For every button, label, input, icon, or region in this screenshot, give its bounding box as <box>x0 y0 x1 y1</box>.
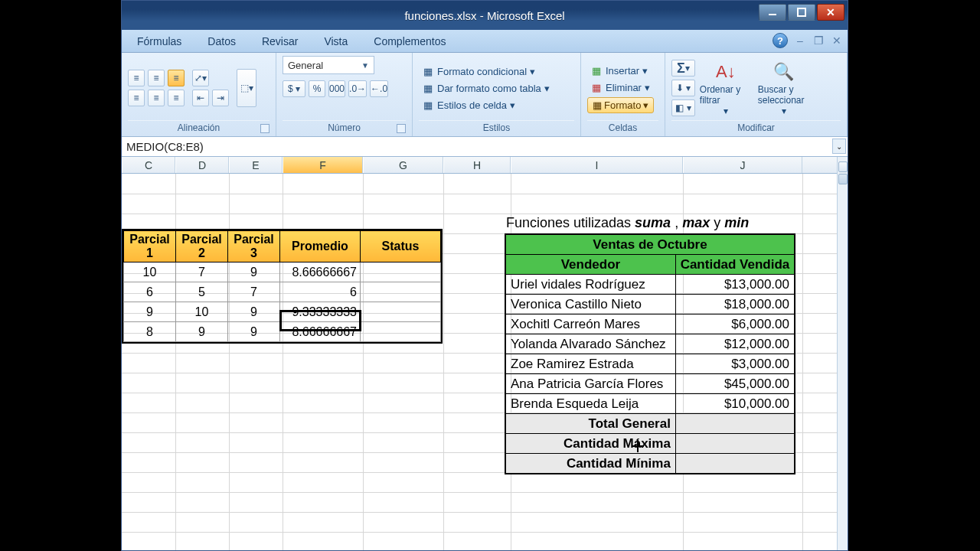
tab-vista[interactable]: Vista <box>319 32 352 52</box>
currency-button[interactable]: $ ▾ <box>283 80 305 97</box>
vendor-cell[interactable]: Veronica Castillo Nieto <box>506 295 676 315</box>
workbook-close-icon[interactable]: ✕ <box>831 34 843 47</box>
grades-cell[interactable]: 8.66666667 <box>280 322 361 342</box>
number-format-dropdown[interactable]: General▼ <box>283 56 374 74</box>
column-header-c[interactable]: C <box>122 157 175 173</box>
align-left-button[interactable]: ≡ <box>128 90 145 106</box>
grades-cell[interactable] <box>361 262 441 282</box>
thousands-button[interactable]: 000 <box>328 80 345 97</box>
autosum-button[interactable]: Σ ▾ <box>671 60 695 77</box>
align-right-button[interactable]: ≡ <box>168 90 185 106</box>
grades-cell[interactable]: 10 <box>176 302 228 322</box>
tab-datos[interactable]: Datos <box>203 32 240 52</box>
amount-cell[interactable]: $13,000.00 <box>675 275 794 295</box>
format-as-table-button[interactable]: ▦Dar formato como tabla ▾ <box>419 80 553 96</box>
numero-launcher-icon[interactable] <box>397 124 406 133</box>
grades-cell[interactable]: 9.33333333 <box>280 302 361 322</box>
vendor-cell[interactable]: Yolanda Alvarado Sánchez <box>506 334 676 354</box>
scroll-up-icon[interactable] <box>838 161 848 172</box>
cell-styles-button[interactable]: ▦Estilos de celda ▾ <box>419 97 553 112</box>
grades-cell[interactable]: 7 <box>176 262 228 282</box>
amount-cell[interactable]: $12,000.00 <box>675 334 794 354</box>
merge-cells-button[interactable]: ⬚▾ <box>237 69 256 107</box>
orientation-button[interactable]: ⤢▾ <box>192 70 209 86</box>
vendor-cell[interactable]: Uriel vidales Rodríguez <box>506 275 676 295</box>
column-header-d[interactable]: D <box>175 157 229 173</box>
formula-bar-expand-icon[interactable]: ⌄ <box>832 139 846 154</box>
sort-filter-button[interactable]: A↓ Ordenar y filtrar ▾ <box>698 57 753 119</box>
grades-cell[interactable] <box>361 282 441 302</box>
percent-button[interactable]: % <box>309 80 325 97</box>
fill-button[interactable]: ⬇ ▾ <box>671 80 695 96</box>
column-header-j[interactable]: J <box>683 157 802 173</box>
grades-cell[interactable]: 8.66666667 <box>280 262 361 282</box>
grades-cell[interactable]: 9 <box>176 322 228 342</box>
delete-button[interactable]: ▦Eliminar ▾ <box>587 80 654 96</box>
increase-indent-button[interactable]: ⇥ <box>212 90 229 106</box>
decrease-decimal-button[interactable]: ←.0 <box>370 80 388 97</box>
grades-cell[interactable] <box>361 302 441 322</box>
conditional-format-button[interactable]: ▦Formato condicional ▾ <box>419 64 553 79</box>
vendor-cell[interactable]: Xochitl Carreón Mares <box>506 315 676 334</box>
grades-cell[interactable] <box>361 322 441 342</box>
column-header-i[interactable]: I <box>511 157 683 173</box>
decrease-indent-button[interactable]: ⇤ <box>192 90 209 106</box>
tab-revisar[interactable]: Revisar <box>257 32 302 52</box>
workbook-minimize-icon[interactable]: – <box>794 34 806 47</box>
summary-value[interactable] <box>675 434 794 454</box>
sales-title: Ventas de Octubre <box>506 235 795 255</box>
amount-cell[interactable]: $6,000.00 <box>675 315 794 334</box>
help-button[interactable]: ? <box>773 33 788 48</box>
summary-value[interactable] <box>675 414 794 434</box>
summary-value[interactable] <box>675 454 794 474</box>
grades-cell[interactable]: 7 <box>228 282 280 302</box>
grades-cell[interactable]: 9 <box>124 302 176 322</box>
column-header-h[interactable]: H <box>443 157 511 173</box>
maximize-button[interactable] <box>788 4 815 21</box>
column-header-f[interactable]: F <box>283 157 363 173</box>
amount-cell[interactable]: $45,000.00 <box>675 374 794 394</box>
amount-cell[interactable]: $18,000.00 <box>675 295 794 315</box>
grades-cell[interactable]: 9 <box>228 302 280 322</box>
scroll-thumb[interactable] <box>838 174 848 184</box>
clear-button[interactable]: ◧ ▾ <box>671 99 695 116</box>
align-bottom-button[interactable]: ≡ <box>168 70 185 86</box>
grades-cell[interactable]: 6 <box>280 282 361 302</box>
grades-cell[interactable]: 5 <box>176 282 228 302</box>
find-select-button[interactable]: 🔍 Buscar y seleccionar ▾ <box>756 57 812 119</box>
insert-button[interactable]: ▦Insertar ▾ <box>587 64 654 79</box>
formula-bar[interactable]: MEDIO(C8:E8) ⌄ <box>122 137 848 157</box>
close-button[interactable]: ✕ <box>817 4 844 21</box>
sales-table: Ventas de OctubreVendedorCantidad Vendid… <box>505 233 795 474</box>
group-label-celdas: Celdas <box>609 122 637 133</box>
grades-cell[interactable]: 9 <box>228 262 280 282</box>
align-middle-button[interactable]: ≡ <box>148 70 165 86</box>
sales-header: Cantidad Vendida <box>675 255 794 275</box>
amount-cell[interactable]: $3,000.00 <box>675 354 794 374</box>
align-top-button[interactable]: ≡ <box>128 70 145 86</box>
spreadsheet[interactable]: CDEFGHIJ Parcial 1Parcial 2Parcial 3Prom… <box>122 157 848 550</box>
tab-formulas[interactable]: Fórmulas <box>132 32 186 52</box>
column-header-g[interactable]: G <box>363 157 443 173</box>
vendor-cell[interactable]: Ana Patricia García Flores <box>506 374 676 394</box>
alineacion-launcher-icon[interactable] <box>260 124 270 133</box>
format-button[interactable]: ▦Formato ▾ <box>587 97 654 113</box>
tab-complementos[interactable]: Complementos <box>369 32 450 52</box>
column-header-e[interactable]: E <box>229 157 283 173</box>
svg-rect-0 <box>769 14 776 15</box>
vertical-scrollbar[interactable] <box>837 157 848 550</box>
vendor-cell[interactable]: Brenda Esqueda Leija <box>506 394 676 414</box>
grades-cell[interactable]: 6 <box>124 282 176 302</box>
align-center-button[interactable]: ≡ <box>148 90 165 106</box>
increase-decimal-button[interactable]: .0→ <box>348 80 367 97</box>
grades-cell[interactable]: 8 <box>124 322 176 342</box>
grades-cell[interactable]: 10 <box>124 262 176 282</box>
vendor-cell[interactable]: Zoe Ramirez Estrada <box>506 354 676 374</box>
grades-cell[interactable]: 9 <box>228 322 280 342</box>
amount-cell[interactable]: $10,000.00 <box>675 394 794 414</box>
grades-header: Parcial 1 <box>124 231 176 262</box>
formula-bar-text: MEDIO(C8:E8) <box>126 140 204 153</box>
workbook-restore-icon[interactable]: ❐ <box>812 34 825 47</box>
minimize-button[interactable] <box>759 4 786 21</box>
conditional-format-icon: ▦ <box>422 65 434 77</box>
